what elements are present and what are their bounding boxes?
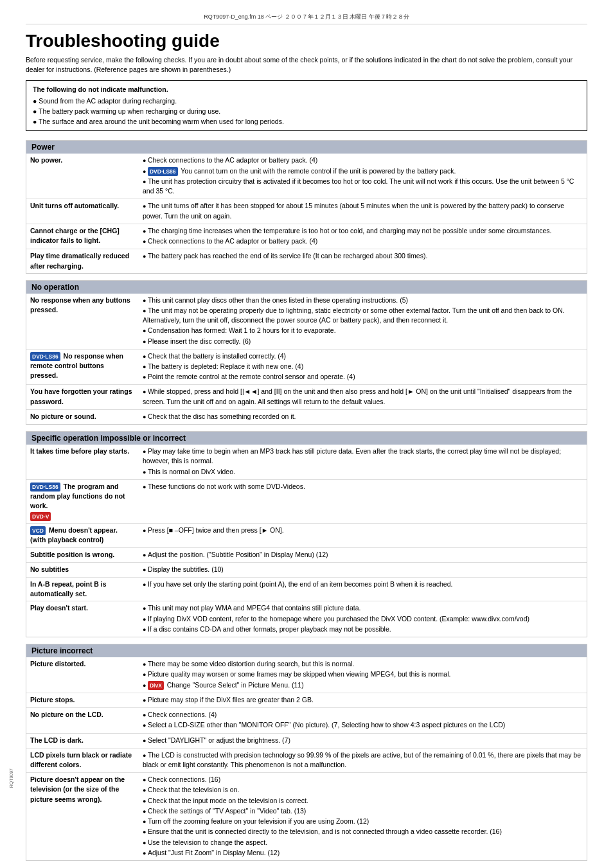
row-label: Play doesn't start. xyxy=(26,601,139,637)
row-solutions: While stopped, press and hold [|◄◄] and … xyxy=(139,385,587,409)
solution-item: Check connections to the AC adaptor or b… xyxy=(143,155,583,165)
solution-item: The battery is depleted: Replace it with… xyxy=(143,362,583,371)
solution-item: The unit may not be operating properly d… xyxy=(143,306,583,325)
row-solutions: Check connections. (16)Check that the te… xyxy=(139,773,587,860)
row-solutions: The LCD is constructed with precision te… xyxy=(139,748,587,772)
table-row: It takes time before play starts.Play ma… xyxy=(26,445,587,479)
solution-item: Adjust the position. ("Subtitle Position… xyxy=(143,550,583,560)
solution-item: DVD·LS86 You cannot turn on the unit wit… xyxy=(143,166,583,176)
inline-badge: DVD·LS86 xyxy=(148,167,178,176)
row-label: It takes time before play starts. xyxy=(26,445,139,479)
table-row: The LCD is dark.Select "DAYLIGHT" or adj… xyxy=(26,733,587,748)
row-solutions: Select "DAYLIGHT" or adjust the brightne… xyxy=(139,733,587,748)
table-row: LCD pixels turn black or radiate differe… xyxy=(26,748,587,772)
row-label: LCD pixels turn black or radiate differe… xyxy=(26,748,139,772)
row-solutions: If you have set only the starting point … xyxy=(139,578,587,601)
row-label: No power. xyxy=(26,154,139,199)
table-row: Play doesn't start.This unit may not pla… xyxy=(26,601,587,637)
row-label: Unit turns off automatically. xyxy=(26,199,139,224)
solution-item: This is normal on DivX video. xyxy=(143,467,583,477)
solution-item: Check that the input mode on the televis… xyxy=(143,796,583,806)
solution-item: Check that the television is on. xyxy=(143,785,583,795)
solution-item: Check connections to the AC adaptor or b… xyxy=(143,236,583,246)
badge: VCD xyxy=(30,526,46,535)
row-solutions: The unit turns off after it has been sto… xyxy=(139,199,587,224)
page-header: RQT9097-D_eng.fm 18 ページ ２００７年１２月１３日 木曜日 … xyxy=(26,13,587,24)
solution-item: Check connections. (4) xyxy=(143,710,583,720)
row-solutions: Press [■ –OFF] twice and then press [► O… xyxy=(139,523,587,547)
solution-item: Picture may stop if the DivX files are g… xyxy=(143,695,583,705)
solution-item: The unit turns off after it has been sto… xyxy=(143,201,583,220)
badge2: DVD-V xyxy=(30,512,51,521)
table-row: Unit turns off automatically.The unit tu… xyxy=(26,199,587,224)
row-solutions: The battery pack has reached the end of … xyxy=(139,249,587,273)
table-row: Play time dramatically reduced after rec… xyxy=(26,249,587,273)
solution-item: Please insert the disc correctly. (6) xyxy=(143,337,583,346)
intro-text: Before requesting service, make the foll… xyxy=(26,55,587,74)
side-label: RQT9097 xyxy=(9,768,13,788)
table-row: DVD·LS86 No response when remote control… xyxy=(26,349,587,385)
table-row: No response when any buttons pressed.Thi… xyxy=(26,294,587,350)
notice-box: The following do not indicate malfunctio… xyxy=(26,80,587,131)
section-header-specific: Specific operation impossible or incorre… xyxy=(26,432,587,445)
solution-item: Check connections. (16) xyxy=(143,775,583,784)
table-row: No picture on the LCD.Check connections.… xyxy=(26,708,587,733)
solution-item: The battery pack has reached the end of … xyxy=(143,251,583,261)
row-label: VCD Menu doesn't appear. (with playback … xyxy=(26,523,139,547)
row-solutions: Picture may stop if the DivX files are g… xyxy=(139,693,587,707)
row-label: No response when any buttons pressed. xyxy=(26,294,139,350)
solution-item: This unit may not play WMA and MPEG4 tha… xyxy=(143,603,583,613)
table-row: Subtitle position is wrong.Adjust the po… xyxy=(26,547,587,562)
solution-item: The charging time increases when the tem… xyxy=(143,226,583,236)
notice-title: The following do not indicate malfunctio… xyxy=(33,85,580,95)
row-label: No picture or sound. xyxy=(26,409,139,424)
section-picture: Picture incorrectPicture distorted.There… xyxy=(26,644,587,861)
solution-item: The unit has protection circuitry that i… xyxy=(143,177,583,196)
solution-item: Check the settings of "TV Aspect" in "Vi… xyxy=(143,806,583,816)
solution-item: This unit cannot play discs other than t… xyxy=(143,296,583,305)
row-solutions: The charging time increases when the tem… xyxy=(139,224,587,249)
notice-item: ● The battery pack warming up when recha… xyxy=(33,107,580,117)
row-label: Picture doesn't appear on the television… xyxy=(26,773,139,860)
row-label: No subtitles xyxy=(26,562,139,577)
section-header-power: Power xyxy=(26,141,587,154)
row-solutions: These functions do not work with some DV… xyxy=(139,479,587,523)
solution-item: These functions do not work with some DV… xyxy=(143,482,583,492)
row-solutions: Check connections to the AC adaptor or b… xyxy=(139,154,587,199)
solution-item: If a disc contains CD-DA and other forma… xyxy=(143,624,583,634)
solution-item: Select "DAYLIGHT" or adjust the brightne… xyxy=(143,736,583,745)
section-header-picture: Picture incorrect xyxy=(26,644,587,657)
table-row: No subtitlesDisplay the subtitles. (10) xyxy=(26,562,587,577)
table-row: No power.Check connections to the AC ada… xyxy=(26,154,587,199)
solution-item: If playing DivX VOD content, refer to th… xyxy=(143,614,583,624)
row-solutions: There may be some video distortion durin… xyxy=(139,657,587,693)
row-solutions: This unit cannot play discs other than t… xyxy=(139,294,587,350)
solution-item: DivX Change "Source Select" in Picture M… xyxy=(143,680,583,690)
solution-item: Ensure that the unit is connected direct… xyxy=(143,827,583,837)
table-row: No picture or sound.Check that the disc … xyxy=(26,409,587,424)
row-label: In A-B repeat, point B is automatically … xyxy=(26,578,139,601)
row-solutions: Check that the disc has something record… xyxy=(139,409,587,424)
solution-item: Display the subtitles. (10) xyxy=(143,565,583,574)
table-row: In A-B repeat, point B is automatically … xyxy=(26,578,587,601)
section-header-no-operation: No operation xyxy=(26,281,587,294)
badge: DVD·LS86 xyxy=(30,352,60,361)
row-label: Picture distorted. xyxy=(26,657,139,693)
table-row: VCD Menu doesn't appear. (with playback … xyxy=(26,523,587,547)
solution-item: Check that the disc has something record… xyxy=(143,412,583,421)
solution-item: Turn off the zooming feature on your tel… xyxy=(143,817,583,826)
row-solutions: Play may take time to begin when an MP3 … xyxy=(139,445,587,479)
solution-item: Check that the battery is installed corr… xyxy=(143,351,583,361)
solution-item: Picture quality may worsen or some frame… xyxy=(143,669,583,679)
solution-item: Adjust "Just Fit Zoom" in Display Menu. … xyxy=(143,848,583,858)
row-label: The LCD is dark. xyxy=(26,733,139,748)
solution-item: The LCD is constructed with precision te… xyxy=(143,750,583,770)
row-label: DVD·LS86 No response when remote control… xyxy=(26,349,139,385)
row-solutions: Adjust the position. ("Subtitle Position… xyxy=(139,547,587,562)
notice-item: ● Sound from the AC adaptor during recha… xyxy=(33,96,580,107)
inline-badge: DivX xyxy=(148,681,164,690)
row-label: Picture stops. xyxy=(26,693,139,707)
badge: DVD·LS86 xyxy=(30,483,60,492)
section-no-operation: No operationNo response when any buttons… xyxy=(26,280,587,425)
solution-item: Condensation has formed: Wait 1 to 2 hou… xyxy=(143,326,583,335)
